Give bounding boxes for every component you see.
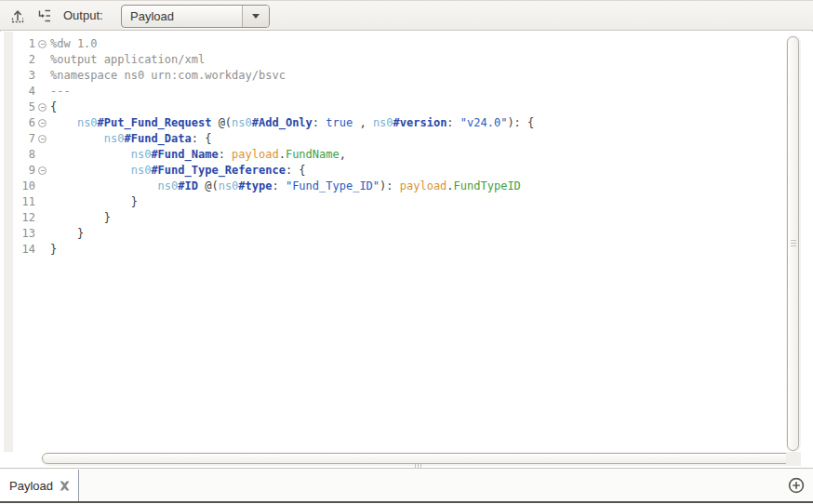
vertical-scrollbar-thumb[interactable] <box>787 36 799 451</box>
code-line[interactable]: 12 } <box>0 210 534 226</box>
code-text: } <box>50 226 84 242</box>
fold-spacer <box>35 179 50 194</box>
code-lines: 1%dw 1.02%output application/xml3%namesp… <box>0 36 534 258</box>
dropdown-arrow-button[interactable] <box>242 6 269 27</box>
code-line[interactable]: 14} <box>0 242 534 258</box>
fold-spacer <box>35 226 50 242</box>
code-text: --- <box>50 84 71 99</box>
fold-spacer <box>35 84 50 99</box>
tree-outline-icon[interactable] <box>35 7 52 24</box>
code-text: } <box>50 194 138 210</box>
fold-spacer <box>35 52 50 68</box>
code-line[interactable]: 5{ <box>0 99 534 115</box>
fold-spacer <box>35 194 50 210</box>
fold-spacer <box>35 147 50 163</box>
code-line[interactable]: 4--- <box>0 84 534 99</box>
code-text: ns0#ID @(ns0#type: "Fund_Type_ID"): payl… <box>50 179 521 194</box>
dataweave-transform-editor: Output: Payload 1%dw 1.02%output applica… <box>0 0 813 504</box>
minus-circle-icon <box>38 40 47 48</box>
code-text: ns0#Fund_Data: { <box>50 131 211 147</box>
line-number: 2 <box>0 52 35 68</box>
code-text: %output application/xml <box>50 52 205 68</box>
minus-circle-icon <box>38 135 47 143</box>
fold-collapse-icon[interactable] <box>35 131 50 147</box>
code-line[interactable]: 13 } <box>0 226 534 242</box>
code-text: } <box>50 210 111 226</box>
code-text: %dw 1.0 <box>50 36 98 52</box>
line-number: 9 <box>0 163 35 179</box>
code-line[interactable]: 6 ns0#Put_Fund_Request @(ns0#Add_Only: t… <box>0 115 534 131</box>
code-text: ns0#Fund_Name: payload.FundName, <box>50 147 346 163</box>
code-line[interactable]: 1%dw 1.0 <box>0 36 534 52</box>
line-number: 6 <box>0 115 35 131</box>
line-number: 13 <box>0 226 35 242</box>
line-number: 12 <box>0 210 35 226</box>
fold-spacer <box>35 210 50 226</box>
horizontal-scrollbar[interactable] <box>41 452 799 466</box>
code-line[interactable]: 11 } <box>0 194 534 210</box>
line-number: 5 <box>0 99 35 115</box>
fold-collapse-icon[interactable] <box>35 115 50 131</box>
fold-collapse-icon[interactable] <box>35 36 50 52</box>
horizontal-scrollbar-thumb[interactable] <box>42 453 796 464</box>
code-line[interactable]: 7 ns0#Fund_Data: { <box>0 131 534 147</box>
fold-collapse-icon[interactable] <box>35 163 50 179</box>
editor-toolbar: Output: Payload <box>0 0 813 31</box>
fold-collapse-icon[interactable] <box>35 99 50 115</box>
plus-circle-icon[interactable] <box>788 477 805 494</box>
tab-payload[interactable]: Payload <box>0 470 79 502</box>
line-number: 7 <box>0 131 35 147</box>
output-type-dropdown[interactable]: Payload <box>121 5 270 28</box>
output-type-dropdown-value: Payload <box>122 9 242 23</box>
scrollbar-corner <box>786 452 801 466</box>
code-text: ns0#Fund_Type_Reference: { <box>50 163 306 179</box>
minus-circle-icon <box>38 103 47 112</box>
code-text: ns0#Put_Fund_Request @(ns0#Add_Only: tru… <box>50 115 534 131</box>
line-number: 1 <box>0 36 35 52</box>
vertical-scrollbar[interactable] <box>786 35 801 452</box>
scrollbar-grip <box>791 240 796 248</box>
code-line[interactable]: 10 ns0#ID @(ns0#type: "Fund_Type_ID"): p… <box>0 179 534 194</box>
export-icon[interactable] <box>9 7 26 24</box>
code-editor[interactable]: 1%dw 1.02%output application/xml3%namesp… <box>0 32 813 468</box>
code-line[interactable]: 2%output application/xml <box>0 52 534 68</box>
code-text: } <box>50 242 57 258</box>
scenario-tabbar: Payload <box>0 468 813 501</box>
chevron-down-icon <box>252 14 260 19</box>
line-number: 14 <box>0 242 35 258</box>
code-text: { <box>50 99 57 115</box>
close-icon[interactable] <box>60 481 70 491</box>
line-number: 10 <box>0 179 35 194</box>
fold-spacer <box>35 242 50 258</box>
fold-spacer <box>35 68 50 84</box>
line-number: 11 <box>0 194 35 210</box>
line-number: 8 <box>0 147 35 163</box>
output-label: Output: <box>63 8 103 22</box>
minus-circle-icon <box>38 119 47 127</box>
code-line[interactable]: 3%namespace ns0 urn:com.workday/bsvc <box>0 68 534 84</box>
scrollbar-grip <box>415 457 423 462</box>
tab-label: Payload <box>9 479 53 493</box>
code-text: %namespace ns0 urn:com.workday/bsvc <box>50 68 286 84</box>
minus-circle-icon <box>38 166 47 175</box>
code-line[interactable]: 8 ns0#Fund_Name: payload.FundName, <box>0 147 534 163</box>
line-number: 4 <box>0 84 35 99</box>
line-number: 3 <box>0 68 35 84</box>
code-line[interactable]: 9 ns0#Fund_Type_Reference: { <box>0 163 534 179</box>
